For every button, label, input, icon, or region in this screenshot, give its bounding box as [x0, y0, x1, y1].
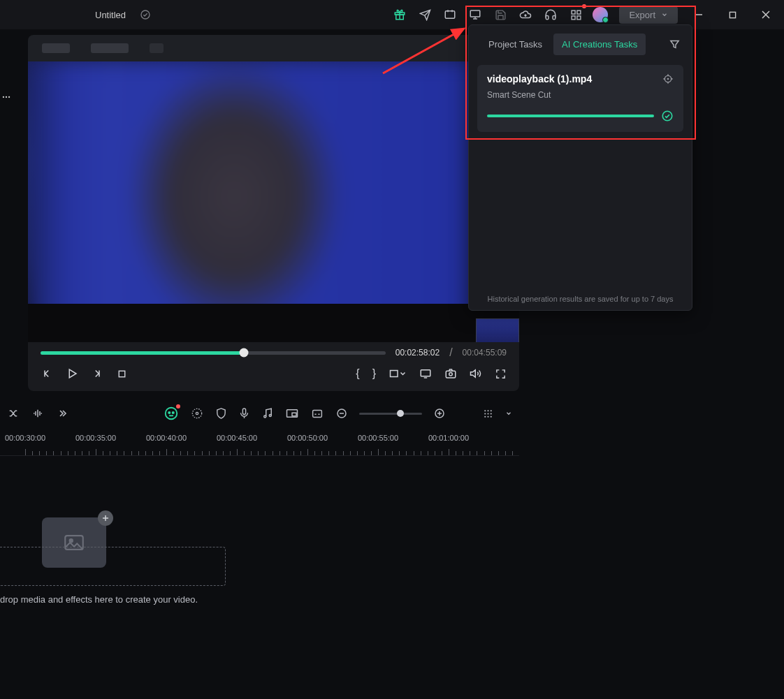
music-icon[interactable] [261, 407, 274, 420]
tab-project-tasks[interactable]: Project Tasks [480, 34, 551, 55]
export-label: Export [629, 10, 655, 20]
zoom-out-icon[interactable] [335, 407, 348, 420]
settings-dotted-icon[interactable] [190, 406, 204, 420]
svg-point-31 [484, 410, 486, 411]
svg-point-37 [484, 415, 486, 417]
monitor-icon[interactable] [467, 6, 484, 23]
headphones-icon[interactable] [542, 6, 559, 23]
grid-view-icon[interactable] [482, 408, 494, 420]
svg-point-19 [168, 412, 170, 413]
mark-out-icon[interactable]: } [372, 367, 376, 380]
drop-hint-text: drop media and effects here to create yo… [0, 594, 198, 605]
tab-ai-creations[interactable]: AI Creations Tasks [553, 34, 646, 55]
zoom-slider[interactable] [359, 413, 422, 415]
tasks-panel: Project Tasks AI Creations Tasks videopl… [468, 24, 692, 311]
preview-tab-1[interactable] [42, 43, 70, 53]
svg-point-24 [264, 415, 266, 418]
preview-tabs [28, 35, 519, 61]
svg-point-39 [491, 415, 492, 417]
task-subtitle: Smart Scene Cut [487, 90, 674, 100]
expand-icon[interactable] [56, 408, 67, 419]
seek-bar[interactable] [41, 351, 386, 355]
avatar[interactable] [593, 7, 608, 22]
video-preview[interactable] [28, 61, 519, 342]
task-card[interactable]: videoplayback (1).mp4 Smart Scene Cut [477, 65, 683, 132]
svg-rect-13 [119, 371, 125, 377]
svg-point-32 [487, 410, 488, 411]
svg-rect-23 [242, 409, 245, 415]
ruler-label: 00:00:45:00 [217, 434, 257, 442]
shield-icon[interactable] [215, 407, 227, 420]
svg-rect-15 [421, 370, 430, 376]
svg-rect-27 [292, 413, 296, 416]
chevron-down-icon[interactable] [505, 410, 512, 417]
next-frame-button[interactable] [91, 367, 103, 380]
mic-icon[interactable] [238, 407, 250, 420]
svg-rect-9 [729, 12, 735, 17]
svg-point-21 [192, 409, 201, 418]
snapshot-icon[interactable] [444, 367, 457, 380]
svg-rect-16 [446, 371, 456, 378]
audio-wave-icon[interactable] [31, 407, 45, 420]
send-icon[interactable] [416, 6, 433, 23]
total-time: 00:04:55:09 [463, 348, 507, 358]
ruler-label: 00:00:40:00 [146, 434, 187, 442]
gift-icon[interactable] [391, 6, 408, 23]
volume-icon[interactable] [470, 367, 482, 380]
notification-dot-icon [582, 4, 586, 8]
filter-icon[interactable] [669, 38, 681, 50]
svg-point-36 [491, 413, 492, 414]
drop-zone[interactable] [0, 547, 226, 586]
saved-indicator-icon [137, 6, 154, 23]
timeline: 00:00:30:0000:00:35:0000:00:40:0000:00:4… [0, 429, 519, 665]
ruler-label: 00:01:00:00 [428, 434, 469, 442]
timeline-ruler[interactable]: 00:00:30:0000:00:35:0000:00:40:0000:00:4… [0, 429, 519, 456]
caption-icon[interactable] [310, 408, 324, 420]
ruler-label: 00:00:35:00 [75, 434, 116, 442]
close-button[interactable] [753, 5, 778, 24]
svg-rect-7 [572, 15, 575, 19]
tasks-footer: Historical generation results are saved … [469, 295, 692, 303]
ruler-label: 00:00:50:00 [287, 434, 328, 442]
stop-button[interactable] [116, 368, 128, 380]
ai-tool-icon[interactable] [164, 406, 179, 421]
preview-tab-3[interactable] [150, 43, 164, 53]
cut-tool-icon[interactable] [7, 407, 20, 420]
plus-icon [98, 510, 113, 526]
preview-panel: 00:02:58:02 / 00:04:55:09 { } [28, 61, 519, 391]
timeline-toolbar [0, 397, 519, 429]
svg-point-12 [8, 96, 10, 98]
aspect-menu[interactable] [389, 367, 407, 380]
svg-rect-4 [471, 10, 481, 17]
svg-point-11 [6, 96, 7, 98]
check-circle-icon [661, 110, 674, 122]
svg-rect-5 [572, 10, 575, 14]
svg-point-34 [484, 413, 486, 414]
svg-rect-28 [313, 410, 322, 417]
ruler-label: 00:00:30:00 [5, 434, 45, 442]
save-icon[interactable] [492, 6, 509, 23]
mark-in-icon[interactable]: { [356, 367, 359, 380]
minimize-button[interactable] [686, 5, 711, 24]
display-icon[interactable] [419, 367, 432, 380]
tasks-icon[interactable] [442, 6, 458, 23]
notification-dot-icon [176, 404, 180, 409]
play-button[interactable] [66, 367, 78, 380]
left-strip [0, 29, 13, 397]
more-icon[interactable] [0, 89, 13, 105]
pip-icon[interactable] [285, 407, 299, 420]
task-progress-bar [487, 115, 654, 117]
qr-icon[interactable] [567, 6, 584, 23]
svg-point-0 [141, 10, 150, 19]
export-button[interactable]: Export [619, 6, 678, 24]
fullscreen-icon[interactable] [495, 368, 507, 380]
preview-tab-2[interactable] [91, 43, 129, 53]
zoom-in-icon[interactable] [433, 407, 446, 420]
project-title: Untitled [95, 10, 126, 20]
cloud-icon[interactable] [517, 6, 534, 23]
svg-point-38 [487, 415, 488, 417]
maximize-button[interactable] [720, 5, 745, 24]
svg-point-43 [667, 78, 668, 79]
locate-icon[interactable] [662, 73, 674, 84]
prev-frame-button[interactable] [41, 367, 53, 380]
